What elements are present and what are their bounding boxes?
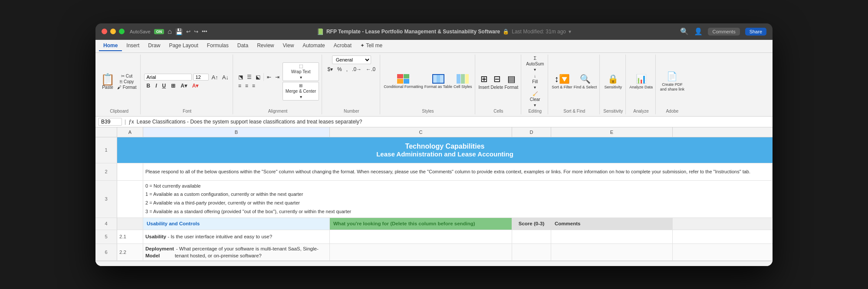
number-format-select[interactable]: General Number Currency Percentage	[332, 55, 371, 64]
person-icon[interactable]: 👤	[694, 27, 703, 36]
font-name-input[interactable]	[144, 74, 192, 81]
cell-6d[interactable]	[512, 244, 551, 260]
tab-review[interactable]: Review	[253, 41, 278, 51]
align-top-right-button[interactable]: ⬕	[254, 73, 262, 81]
decimal-increase-button[interactable]: .0→	[350, 65, 363, 73]
close-button[interactable]	[102, 29, 107, 34]
conditional-formatting-btn[interactable]: Conditional Formatting	[384, 74, 423, 89]
copy-button[interactable]: ⎘ Copy	[116, 79, 138, 84]
indent-decrease-button[interactable]: ⇤	[265, 73, 273, 81]
home-icon[interactable]: ⌂	[168, 28, 172, 36]
increase-font-button[interactable]: A↑	[210, 74, 219, 81]
header-what[interactable]: What you're looking for (Delete this col…	[330, 218, 512, 230]
cell-5a[interactable]: 2.1	[117, 230, 143, 244]
cell-4a[interactable]	[117, 218, 143, 230]
cell-6c[interactable]	[330, 244, 512, 260]
more-options[interactable]: •••	[202, 29, 207, 35]
cell-5b[interactable]: Usability - Is the user interface intuit…	[143, 230, 330, 244]
tab-acrobat[interactable]: Acrobat	[329, 41, 356, 51]
tab-page-layout[interactable]: Page Layout	[164, 41, 202, 51]
col-header-a[interactable]: A	[117, 127, 143, 137]
tab-automate[interactable]: Automate	[298, 41, 329, 51]
cell-6b[interactable]: Deployment Model - What percentage of yo…	[143, 244, 330, 260]
font-size-input[interactable]	[193, 74, 209, 81]
autosave-toggle[interactable]: ON	[154, 29, 164, 34]
merge-center-button[interactable]: ⊞ Merge & Center ▾	[283, 82, 319, 101]
maximize-button[interactable]	[119, 29, 125, 34]
tab-formulas[interactable]: Formulas	[203, 41, 233, 51]
paste-button[interactable]: 📋 Paste	[101, 74, 115, 90]
percent-button[interactable]: %	[335, 65, 344, 73]
legend-cell[interactable]: 0 = Not currently available 1 = Availabl…	[143, 181, 773, 218]
col-header-c[interactable]: C	[330, 127, 512, 137]
header-comments[interactable]: Comments	[551, 218, 673, 230]
fill-color-button[interactable]: A▾	[178, 82, 189, 90]
decrease-font-button[interactable]: A↓	[221, 74, 230, 81]
tab-view[interactable]: View	[279, 41, 299, 51]
find-select-label: Find & Select	[574, 85, 597, 89]
bold-button[interactable]: B	[144, 82, 152, 90]
cell-5c[interactable]	[330, 230, 512, 244]
formula-content[interactable]: Lease Classifications - Does the system …	[137, 119, 770, 125]
title-merged-cell[interactable]: Technology Capabilities Lease Administra…	[117, 137, 773, 163]
col-header-d[interactable]: D	[512, 127, 551, 137]
col-header-b[interactable]: B	[143, 127, 330, 137]
instructions-cell[interactable]: Please respond to all of the below quest…	[143, 163, 773, 180]
currency-button[interactable]: $▾	[326, 65, 335, 73]
cell-6a[interactable]: 2.2	[117, 244, 143, 260]
find-select-btn[interactable]: 🔍 Find & Select	[574, 74, 597, 89]
sort-icon: ↕🔽	[555, 74, 570, 84]
cell-5d[interactable]	[512, 230, 551, 244]
create-pdf-btn[interactable]: 📄 Create PDF and share link	[659, 71, 685, 92]
align-left-button[interactable]: ≡	[237, 82, 243, 90]
decimal-decrease-button[interactable]: ←.0	[364, 65, 377, 73]
comments-button[interactable]: Comments	[708, 28, 740, 36]
cell-reference-input[interactable]	[98, 118, 122, 126]
comma-button[interactable]: ,	[345, 65, 349, 73]
fill-button[interactable]: ↓ Fill ▾	[531, 73, 539, 90]
tab-data[interactable]: Data	[233, 41, 253, 51]
clear-button[interactable]: 🧹 Clear ▾	[529, 91, 542, 108]
cell-styles-btn[interactable]: Cell Styles	[454, 74, 472, 89]
autosum-button[interactable]: Σ AutoSum ▾	[525, 55, 545, 72]
header-usability[interactable]: Usability and Controls	[143, 218, 330, 230]
align-center-button[interactable]: ≡	[243, 82, 250, 90]
scroll-bar[interactable]	[95, 261, 773, 266]
col-header-e[interactable]: E	[551, 127, 673, 137]
sort-filter-btn[interactable]: ↕🔽 Sort & Filter	[552, 74, 572, 89]
analyze-data-btn[interactable]: 📊 Analyze Data	[629, 74, 653, 89]
cell-2a[interactable]	[117, 163, 143, 180]
tab-insert[interactable]: Insert	[122, 41, 144, 51]
format-cell-btn[interactable]: ▤ Format	[504, 74, 518, 90]
format-as-table-btn[interactable]: Format as Table	[424, 74, 452, 89]
wrap-text-button[interactable]: ⬚ Wrap Text ▾	[283, 62, 319, 81]
cut-button[interactable]: ✂ Cut	[116, 73, 138, 79]
delete-label: Delete	[491, 85, 503, 90]
sensitivity-btn[interactable]: 🔒 Sensitivity	[605, 74, 622, 89]
redo-icon[interactable]: ↪	[194, 29, 198, 35]
italic-button[interactable]: I	[153, 82, 159, 90]
share-button[interactable]: Share	[745, 28, 766, 36]
align-right-button[interactable]: ≡	[250, 82, 257, 90]
tab-home[interactable]: Home	[99, 41, 122, 51]
chevron-down-icon[interactable]: ▾	[569, 29, 571, 35]
align-top-left-button[interactable]: ⬔	[237, 73, 245, 81]
tab-draw[interactable]: Draw	[144, 41, 164, 51]
cell-3a[interactable]	[117, 181, 143, 218]
cell-5e[interactable]	[551, 230, 673, 244]
search-icon[interactable]: 🔍	[680, 27, 689, 36]
header-score[interactable]: Score (0-3)	[512, 218, 551, 230]
underline-button[interactable]: U	[160, 82, 168, 90]
format-painter-button[interactable]: 🖌 Format	[116, 84, 138, 90]
undo-icon[interactable]: ↩	[186, 29, 191, 35]
minimize-button[interactable]	[110, 29, 116, 34]
tab-tell-me[interactable]: ✦ Tell me	[356, 41, 387, 51]
save-icon[interactable]: 💾	[175, 28, 183, 35]
insert-btn[interactable]: ⊞ Insert	[479, 74, 490, 90]
cell-6e[interactable]	[551, 244, 673, 260]
font-color-button[interactable]: A▾	[190, 82, 201, 90]
delete-btn[interactable]: ⊟ Delete	[491, 74, 503, 90]
align-top-center-button[interactable]: ☰	[245, 73, 253, 81]
border-button[interactable]: ⊞	[169, 82, 178, 90]
indent-increase-button[interactable]: ⇥	[273, 73, 281, 81]
